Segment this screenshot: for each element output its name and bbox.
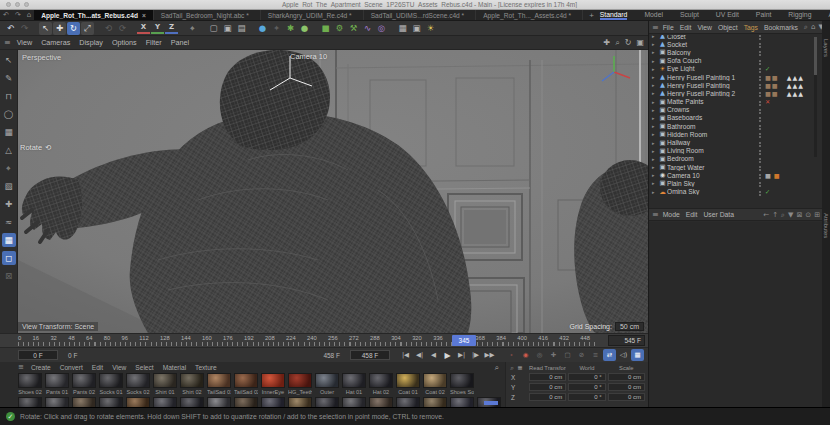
add-primitive-icon[interactable]: ■ — [319, 22, 332, 35]
edges-mode-icon[interactable]: △ — [2, 143, 16, 157]
material-thumbnail[interactable] — [180, 373, 204, 388]
lock-icon[interactable]: ⊠ — [796, 211, 802, 219]
material-item[interactable]: HG_Teeth — [288, 373, 312, 395]
material-item[interactable]: TailSad 02 — [234, 373, 258, 395]
traffic-lights[interactable] — [6, 2, 29, 7]
attribute-menu-item[interactable]: Mode — [663, 211, 680, 218]
object-row[interactable]: ▸ Bathroom — [649, 122, 817, 130]
object-row[interactable]: ▸ Hallway — [649, 138, 817, 146]
home-icon[interactable]: ⌂ — [811, 23, 815, 31]
material-thumbnail[interactable] — [207, 373, 231, 388]
material-menu-item[interactable]: View — [112, 364, 126, 371]
render-settings-icon[interactable]: ▤ — [235, 22, 248, 35]
quantize-toggle-icon[interactable]: ◻ — [2, 251, 16, 265]
menu-icon[interactable]: ≡ — [18, 363, 24, 371]
object-name[interactable]: Bathroom — [667, 123, 755, 130]
visibility-dots[interactable] — [755, 109, 765, 111]
object-row[interactable]: ▸ Camera 10 — [649, 171, 817, 179]
object-manager-menu-item[interactable]: Object — [718, 24, 738, 31]
scale-field[interactable]: 0 cm — [608, 373, 645, 381]
make-editable-icon[interactable]: ↖ — [2, 53, 16, 67]
object-name[interactable]: Living Room — [667, 147, 755, 154]
minimize-window-icon[interactable] — [15, 2, 20, 7]
search-icon[interactable]: ⌕ — [495, 363, 499, 373]
visibility-dots[interactable] — [755, 51, 765, 53]
material-menu-item[interactable]: Texture — [195, 364, 217, 371]
object-name[interactable]: Plain Sky — [667, 180, 755, 187]
object-name[interactable]: Hallway — [667, 139, 755, 146]
object-row[interactable]: ▸ Crowns — [649, 106, 817, 114]
material-menu-item[interactable]: Create — [31, 364, 51, 371]
object-row[interactable]: ▸ Balcony — [649, 48, 817, 56]
visibility-dots[interactable] — [755, 60, 765, 62]
axis-lock-z[interactable]: Z — [165, 23, 178, 34]
last-tool-icon[interactable]: ⟲ — [102, 22, 115, 35]
object-list-scrollbar[interactable] — [814, 37, 817, 157]
end-frame-field[interactable]: 545 F — [608, 335, 645, 346]
material-item[interactable]: Shoes Sole — [450, 373, 474, 395]
key-pla-icon[interactable]: ≡ — [589, 349, 602, 361]
object-row[interactable]: ▸ Matte Paints — [649, 98, 817, 106]
material-thumbnail[interactable] — [423, 397, 447, 407]
material-item[interactable]: Pants 01 — [45, 373, 69, 395]
attribute-menu-item[interactable]: Edit — [686, 211, 698, 218]
object-manager-menu-item[interactable]: Tags — [744, 24, 758, 31]
filter-icon[interactable]: ▼ — [788, 211, 793, 219]
object-name[interactable]: Henry Fuseli Painting 2 — [667, 90, 755, 97]
object-name[interactable]: Bedroom — [667, 155, 755, 162]
range-frame-field[interactable]: 458 F — [350, 350, 390, 360]
object-row[interactable]: ▸ Henry Fuseli Painting — [649, 81, 817, 89]
timeline-mode-icon[interactable]: ⇄ — [603, 349, 616, 361]
material-thumbnail[interactable] — [315, 373, 339, 388]
material-thumbnail[interactable] — [450, 373, 474, 388]
material-tool-icon[interactable]: ✦ — [270, 22, 283, 35]
3d-viewport[interactable]: Perspective Camera 10 Rotate ⟲ View Tran… — [18, 50, 648, 333]
key-parameter-icon[interactable]: ⊘ — [575, 349, 588, 361]
document-tab[interactable]: SadTail_UDIMS...rdScene.c4d * — [364, 10, 476, 20]
layout-tab[interactable]: Model — [644, 10, 663, 20]
object-manager-menu-item[interactable]: Edit — [680, 24, 692, 31]
coordinate-header[interactable]: Read Transform — [529, 365, 566, 371]
material-thumbnail[interactable] — [18, 397, 42, 407]
grid-spacing-value[interactable]: 50 cm — [615, 322, 644, 331]
material-thumbnail[interactable] — [423, 373, 447, 388]
material-item[interactable]: Outer — [315, 373, 339, 395]
visibility-dots[interactable] — [755, 43, 765, 45]
rotate-view-icon[interactable]: ↻ — [625, 38, 632, 48]
object-row[interactable]: ▸ Omina Sky — [649, 188, 817, 196]
pan-view-icon[interactable]: ✚ — [604, 38, 611, 48]
coord-system-icon[interactable]: ⌖ — [186, 22, 199, 35]
rotation-field[interactable]: 0 ° — [568, 393, 605, 401]
visibility-dots[interactable] — [755, 174, 765, 176]
start-frame-field[interactable]: 0 F — [18, 350, 58, 360]
material-item[interactable]: Shirt 02 — [180, 373, 204, 395]
material-thumbnail[interactable] — [45, 373, 69, 388]
material-thumbnail[interactable] — [234, 373, 258, 388]
render-sphere-icon[interactable]: ● — [256, 22, 269, 35]
document-tab[interactable]: Apple_Rot_Th...ats_Rebus.c4d × — [34, 10, 154, 20]
object-name[interactable]: Henry Fuseli Painting 1 — [667, 74, 755, 81]
material-thumbnail[interactable] — [450, 397, 474, 407]
material-item[interactable]: Hat 02 — [369, 373, 393, 395]
object-row[interactable]: ▸ Henry Fuseli Painting 1 — [649, 73, 817, 81]
rotate-tool-icon[interactable]: ↻ — [67, 22, 80, 35]
modeling-icon[interactable]: ✱ — [284, 22, 297, 35]
timeline-ruler[interactable]: 0163248648096112128144160176192208224240… — [0, 333, 648, 347]
render-view-icon[interactable]: ▢ — [207, 22, 220, 35]
material-thumbnail[interactable] — [126, 373, 150, 388]
material-thumbnail[interactable] — [288, 373, 312, 388]
object-row[interactable]: ▸ Sofa Couch — [649, 57, 817, 65]
view-label[interactable]: Perspective — [22, 53, 61, 62]
material-menu-item[interactable]: Convert — [60, 364, 83, 371]
material-thumbnail[interactable] — [45, 397, 69, 407]
attribute-menu-item[interactable]: User Data — [703, 211, 734, 218]
object-row[interactable]: ▸ Target Water — [649, 163, 817, 171]
goto-start-icon[interactable]: |◀ — [399, 349, 412, 361]
workplane-lock-icon[interactable]: ⊠ — [2, 269, 16, 283]
material-thumbnail[interactable] — [396, 397, 420, 407]
axis-lock-x[interactable]: X — [137, 23, 150, 34]
visibility-dots[interactable] — [755, 68, 765, 70]
object-name[interactable]: Baseboards — [667, 114, 755, 121]
menu-icon[interactable]: ≡ — [4, 38, 11, 47]
visibility-dots[interactable] — [755, 125, 765, 127]
